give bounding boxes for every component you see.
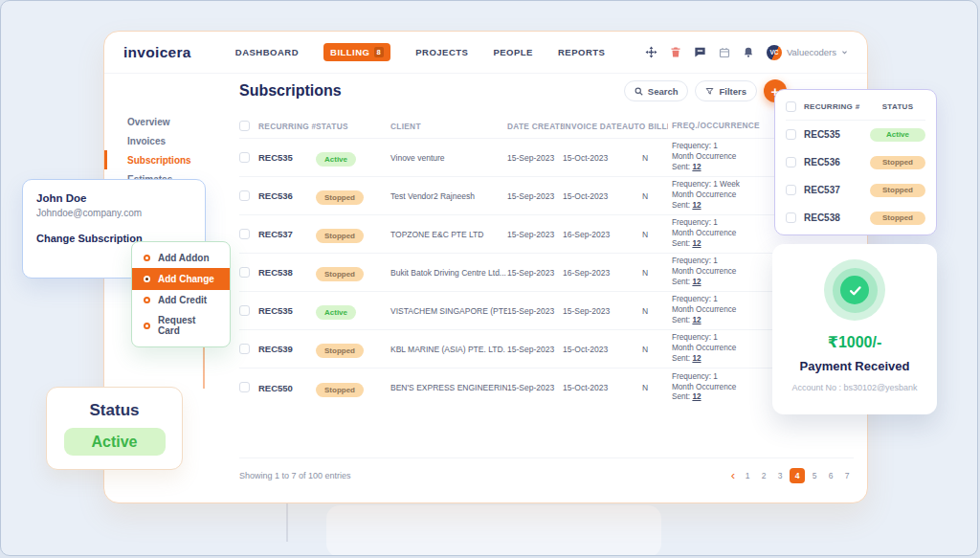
col-invoice-date[interactable]: INVOICE DATE <box>563 122 622 131</box>
pagination-page-active[interactable]: 4 <box>790 468 805 483</box>
col-auto-billing[interactable]: AUTO BILLING <box>622 122 668 131</box>
pagination-page[interactable]: 3 <box>773 468 787 483</box>
select-all-checkbox[interactable] <box>239 121 250 131</box>
pagination-page[interactable]: 7 <box>840 468 854 483</box>
sidebar-item-overview[interactable]: Overview <box>104 112 217 131</box>
row-checkbox[interactable] <box>786 129 796 140</box>
payment-title: Payment Received <box>800 359 910 373</box>
invoice-date-cell: 15-Sep-2023 <box>563 306 622 316</box>
bell-icon[interactable] <box>743 46 754 58</box>
table-row[interactable]: REC539 Stopped KBL MARINE (ASIA) PTE. LT… <box>239 330 854 368</box>
pagination-page[interactable]: 1 <box>741 468 754 483</box>
table-row[interactable]: REC537 Stopped TOPZONE E&C PTE LTD 15-Se… <box>239 215 854 254</box>
date-created-cell: 15-Sep-2023 <box>507 345 563 354</box>
sent-count-link[interactable]: 12 <box>692 316 701 324</box>
client-cell: Vinove venture <box>387 153 507 163</box>
pagination-page[interactable]: 6 <box>824 468 837 483</box>
nav-people[interactable]: PEOPLE <box>493 47 533 57</box>
status-badge: Stopped <box>870 212 925 225</box>
select-all-checkbox[interactable] <box>786 101 796 112</box>
pagination-page[interactable]: 5 <box>808 468 821 483</box>
sent-count-link[interactable]: 12 <box>692 239 701 248</box>
auto-billing-cell: N <box>622 383 668 392</box>
auto-billing-cell: N <box>622 345 668 354</box>
sent-count-link[interactable]: 12 <box>692 201 701 210</box>
menu-item-request-card[interactable]: Request Card <box>132 310 230 341</box>
sent-count-link[interactable]: 12 <box>692 278 701 286</box>
col-status[interactable]: STATUS <box>316 122 387 131</box>
trash-icon[interactable] <box>670 46 681 58</box>
logo[interactable]: invoicera <box>123 44 191 61</box>
radio-icon <box>144 297 150 303</box>
row-checkbox[interactable] <box>786 212 796 223</box>
invoice-date-cell: 15-Oct-2023 <box>563 153 622 163</box>
table-row[interactable]: REC550 Stopped BEN'S EXPRESS ENGINEERING… <box>239 368 854 407</box>
row-checkbox[interactable] <box>239 305 250 316</box>
col-date-created[interactable]: DATE CREATED <box>507 122 563 131</box>
filter-icon <box>705 87 714 96</box>
chat-icon[interactable] <box>694 46 706 58</box>
table-row[interactable]: REC536 Stopped Test Vendor2 Rajneesh 15-… <box>239 177 854 215</box>
row-checkbox[interactable] <box>786 157 796 167</box>
calendar-icon[interactable] <box>719 47 730 58</box>
sent-count-link[interactable]: 12 <box>692 163 701 171</box>
row-checkbox[interactable] <box>239 267 250 278</box>
col-client[interactable]: CLIENT <box>387 122 507 131</box>
client-cell: BEN'S EXPRESS ENGINEERING PT... <box>387 383 507 392</box>
date-created-cell: 15-Sep-2023 <box>507 306 563 316</box>
move-icon[interactable] <box>645 46 657 58</box>
date-created-cell: 15-Sep-2023 <box>507 383 563 392</box>
sidebar-item-subscriptions[interactable]: Subscriptions <box>104 150 217 169</box>
recurring-cell: REC537 <box>255 229 316 239</box>
invoice-date-cell: 15-Oct-2023 <box>563 191 622 201</box>
mini-table-row[interactable]: REC538 Stopped <box>786 204 925 232</box>
search-button[interactable]: Search <box>624 80 689 101</box>
page-background: invoicera DASHBOARD BILLING 8 PROJECTS P… <box>0 0 978 556</box>
row-checkbox[interactable] <box>239 190 250 201</box>
status-card-value: Active <box>64 428 166 456</box>
menu-item-add-change[interactable]: Add Change <box>132 268 230 290</box>
pagination-page[interactable]: 2 <box>757 468 770 483</box>
contact-email: Johndoe@company.com <box>36 208 191 218</box>
billing-badge: 8 <box>374 47 385 57</box>
main-content: Subscriptions Search Filters + <box>239 79 854 502</box>
row-checkbox[interactable] <box>239 382 250 392</box>
client-cell: VISTACHEM SINGAPORE (PTE.LTD) <box>387 306 507 316</box>
pagination-prev[interactable]: ‹ <box>731 469 735 482</box>
sent-count-link[interactable]: 12 <box>692 392 701 401</box>
row-checkbox[interactable] <box>239 229 250 239</box>
row-checkbox[interactable] <box>239 152 250 163</box>
date-created-cell: 15-Sep-2023 <box>507 191 563 201</box>
contact-name: John Doe <box>36 192 191 204</box>
mini-table-row[interactable]: REC535 Active <box>786 121 925 148</box>
recurring-cell: REC550 <box>255 383 316 393</box>
chevron-down-icon <box>841 49 848 56</box>
nav-reports[interactable]: REPORTS <box>558 47 605 57</box>
mini-table-row[interactable]: REC537 Stopped <box>786 176 925 204</box>
success-circle <box>824 259 885 321</box>
nav-billing[interactable]: BILLING 8 <box>323 43 390 61</box>
row-checkbox[interactable] <box>786 185 796 195</box>
mini-col-status: STATUS <box>870 102 925 111</box>
menu-item-add-addon[interactable]: Add Addon <box>132 248 230 268</box>
row-checkbox[interactable] <box>239 344 250 354</box>
table-row[interactable]: REC535 Active Vinove venture 15-Sep-2023… <box>239 139 854 177</box>
auto-billing-cell: N <box>622 153 668 163</box>
table-row[interactable]: REC535 Active VISTACHEM SINGAPORE (PTE.L… <box>239 292 854 330</box>
user-menu[interactable]: VC Valuecoders <box>767 45 848 60</box>
table-footer: Showing 1 to 7 of 100 entries ‹ 1 2 3 4 … <box>239 458 854 483</box>
nav-dashboard[interactable]: DASHBOARD <box>235 47 299 57</box>
menu-item-add-credit[interactable]: Add Credit <box>132 290 230 310</box>
col-recurring[interactable]: RECURRING # <box>255 122 316 131</box>
auto-billing-cell: N <box>622 306 668 316</box>
status-badge: Stopped <box>316 267 364 281</box>
filters-button[interactable]: Filters <box>695 80 757 101</box>
recurring-cell: REC539 <box>255 344 316 354</box>
mini-table-row[interactable]: REC536 Stopped <box>786 148 925 176</box>
sidebar-item-invoices[interactable]: Invoices <box>104 131 217 150</box>
nav-projects[interactable]: PROJECTS <box>415 47 468 57</box>
payment-received-card: ₹1000/- Payment Received Account No : bs… <box>772 244 937 414</box>
background-decoration <box>326 505 661 556</box>
sent-count-link[interactable]: 12 <box>692 354 701 363</box>
table-row[interactable]: REC538 Stopped Bukit Batok Driving Centr… <box>239 254 854 292</box>
